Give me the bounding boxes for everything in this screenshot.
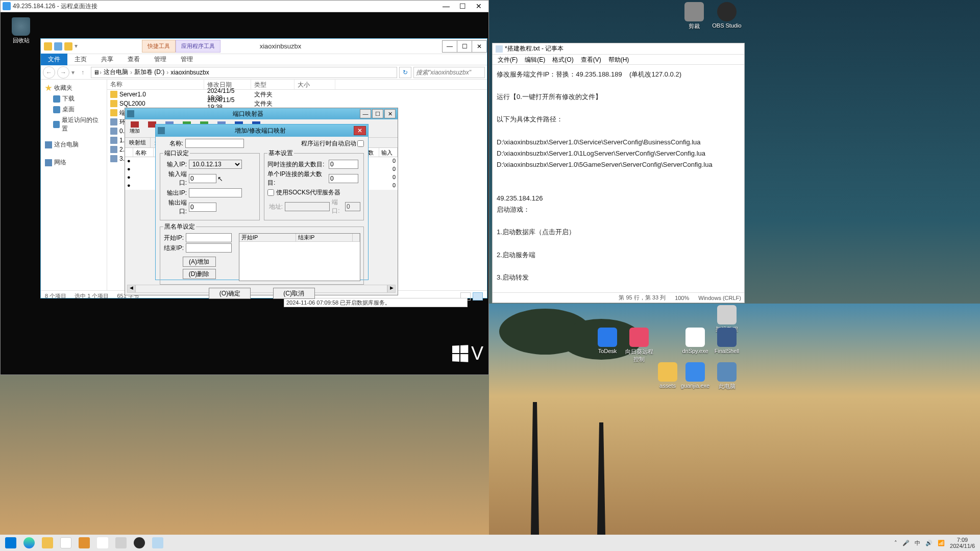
col-start-ip[interactable]: 开始IP [239, 234, 296, 241]
desktop-icon-obs[interactable]: OBS Studio [712, 2, 742, 29]
tree-network[interactable]: 网络 [43, 157, 105, 168]
clock[interactable]: 7:09 2024/11/6 [950, 537, 978, 549]
tool-tab[interactable]: 应用程序工具 [176, 40, 220, 53]
ribbon-tab[interactable]: 管理 [147, 54, 174, 65]
desktop-icon-clip[interactable]: 剪裁 [679, 2, 709, 30]
back-button[interactable]: ← [43, 66, 55, 79]
tray-mic-icon[interactable]: 🎤 [902, 540, 910, 546]
minimize-button[interactable]: — [438, 1, 454, 11]
rdp-titlebar[interactable]: 49.235.184.126 - 远程桌面连接 — ☐ ✕ [1, 1, 488, 12]
taskbar-app[interactable] [76, 536, 93, 550]
menu-format[interactable]: 格式(O) [549, 55, 576, 64]
ribbon-tab[interactable]: 管理 [174, 54, 200, 65]
close-button[interactable]: ✕ [471, 1, 486, 11]
socks-checkbox[interactable] [267, 189, 274, 196]
start-ip-field[interactable] [186, 233, 232, 242]
refresh-button[interactable]: ↻ [399, 67, 411, 78]
ribbon-tab[interactable]: 主页 [67, 54, 94, 65]
autostart-checkbox[interactable] [357, 140, 364, 147]
minimize-button[interactable]: — [360, 109, 371, 118]
taskbar-app[interactable] [112, 536, 130, 550]
close-button[interactable]: ✕ [354, 126, 366, 135]
desktop-icon-pc[interactable]: 此电脑 [712, 362, 742, 390]
explorer-titlebar[interactable]: ▾ 快捷工具 应用程序工具 xiaoxinbsuzbx — ☐ ✕ [41, 39, 487, 54]
end-ip-field[interactable] [186, 243, 232, 253]
qat-icon[interactable] [64, 42, 72, 51]
desktop-icon-finalshell[interactable]: FinalShell [712, 328, 742, 354]
add-button[interactable]: 增加 [126, 120, 143, 137]
maximize-button[interactable]: ☐ [372, 109, 383, 118]
qat-icon[interactable] [44, 42, 52, 51]
file-row[interactable]: Server1.02024/11/5 19:38文件夹 [107, 90, 487, 99]
desktop-icon-guanjia[interactable]: guanjia.exe [680, 362, 710, 389]
max-conn-field[interactable] [329, 160, 358, 169]
blacklist-grid[interactable]: 开始IP 结束IP [239, 233, 360, 281]
portmap-titlebar[interactable]: 端口映射器 — ☐ ✕ [125, 108, 398, 119]
input-port-field[interactable] [189, 174, 216, 183]
close-button[interactable]: ✕ [472, 40, 487, 53]
tab-mapgroup[interactable]: 映射组 [125, 138, 151, 147]
tray-network-icon[interactable]: 📶 [938, 540, 945, 546]
forward-button[interactable]: → [57, 66, 69, 79]
taskbar-explorer[interactable] [39, 536, 56, 550]
start-button[interactable] [2, 536, 19, 550]
output-port-field[interactable] [189, 203, 216, 212]
notepad-titlebar[interactable]: *搭建教程.txt - 记事本 [493, 43, 744, 55]
desktop-icon-todesk[interactable]: ToDesk [592, 328, 623, 354]
menu-view[interactable]: 查看(V) [578, 55, 604, 64]
taskbar-app[interactable] [94, 536, 111, 550]
tray-expand-icon[interactable]: ˄ [894, 540, 897, 546]
menu-file[interactable]: 文件(F) [495, 55, 521, 64]
taskbar-edge[interactable] [20, 536, 38, 550]
file-row[interactable]: SQL20002024/11/5 19:38文件夹 [107, 99, 487, 108]
breadcrumb[interactable]: 🖥 › 这台电脑› 新加卷 (D:)› xiaoxinbsuzbx [91, 67, 397, 78]
qat-dropdown-icon[interactable]: ▾ [75, 42, 78, 51]
tree-desktop[interactable]: 桌面 [43, 104, 105, 115]
desktop-icon-sunflower[interactable]: 向日葵远程控制 [624, 328, 654, 363]
blacklist-add-button[interactable]: (A)增加 [183, 257, 216, 267]
search-input[interactable] [413, 67, 485, 78]
taskbar-app[interactable] [149, 536, 166, 550]
tree-favorites[interactable]: 收藏夹 [43, 83, 105, 93]
blacklist-delete-button[interactable]: (D)删除 [183, 269, 216, 279]
col-size[interactable]: 大小 [295, 80, 335, 89]
output-ip-field[interactable] [189, 188, 242, 197]
dialog-titlebar[interactable]: 增加/修改端口映射 ✕ [156, 124, 368, 137]
taskbar-app[interactable] [57, 536, 75, 550]
col-type[interactable]: 类型 [251, 80, 295, 89]
tool-tab[interactable]: 快捷工具 [142, 40, 176, 53]
recycle-bin-icon[interactable]: 回收站 [6, 17, 36, 44]
input-ip-select[interactable]: 10.0.12.13 [189, 160, 242, 169]
tree-recent[interactable]: 最近访问的位置 [43, 115, 105, 134]
maximize-button[interactable]: ☐ [457, 40, 472, 53]
col-name[interactable]: 名称 [133, 148, 154, 157]
view-large-button[interactable] [473, 292, 483, 300]
notepad-content[interactable]: 修改服务端文件IP：替换：49.235.188.189 (单机改127.0.0.… [493, 65, 744, 292]
menu-help[interactable]: 帮助(H) [605, 55, 632, 64]
ribbon-file[interactable]: 文件 [41, 54, 67, 65]
cancel-button[interactable]: (C)取消 [273, 288, 315, 299]
name-input[interactable] [185, 139, 244, 148]
qat-icon[interactable] [54, 42, 62, 51]
per-ip-field[interactable] [329, 174, 358, 183]
desktop-icon-assets[interactable]: assets [652, 362, 683, 389]
close-button[interactable]: ✕ [384, 109, 396, 118]
taskbar-app[interactable] [131, 536, 148, 550]
tree-downloads[interactable]: 下载 [43, 93, 105, 104]
col-end-ip[interactable]: 结束IP [296, 234, 353, 241]
minimize-button[interactable]: — [442, 40, 457, 53]
tree-computer[interactable]: 这台电脑 [43, 139, 105, 150]
desktop-icon-dnspy[interactable]: dnSpy.exe [680, 328, 710, 354]
tray-volume-icon[interactable]: 🔊 [925, 540, 933, 546]
history-dropdown-icon[interactable]: ▾ [71, 69, 75, 76]
col-in[interactable]: 输入 [379, 148, 398, 157]
col-idx[interactable] [125, 148, 133, 157]
menu-edit[interactable]: 编辑(E) [522, 55, 548, 64]
ribbon-tab[interactable]: 共享 [94, 54, 120, 65]
ribbon-tab[interactable]: 查看 [120, 54, 147, 65]
tray-ime-icon[interactable]: 中 [915, 539, 920, 547]
up-button[interactable]: ↑ [77, 66, 89, 79]
ok-button[interactable]: (O)确定 [209, 288, 251, 299]
maximize-button[interactable]: ☐ [455, 1, 470, 11]
col-name[interactable]: 名称 [107, 80, 204, 89]
